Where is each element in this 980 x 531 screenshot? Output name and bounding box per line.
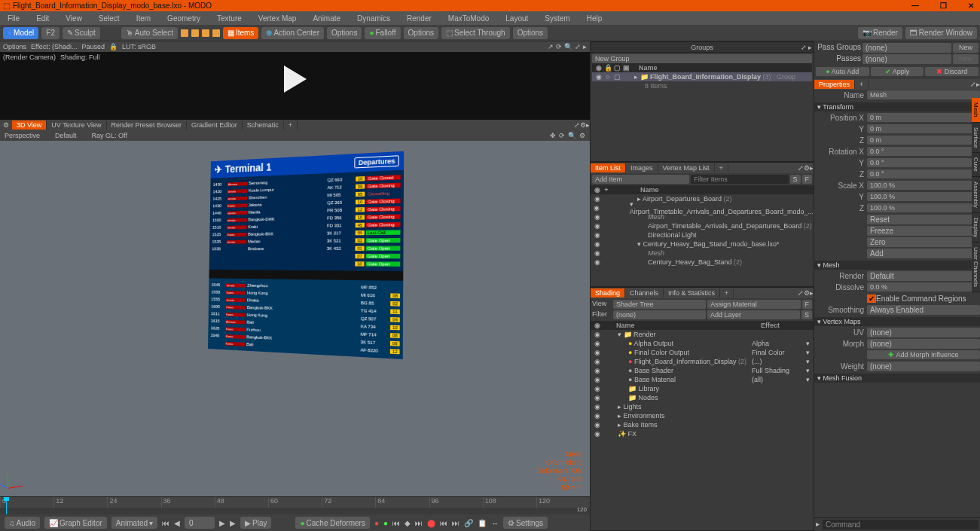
maximize-button[interactable]: ❐ [937,2,950,10]
tab-3dview[interactable]: 3D View [12,121,47,130]
select-icon-1[interactable] [181,29,188,37]
new-pass-button[interactable]: New [953,43,978,53]
viewport-gear2-icon[interactable]: ⚙ [580,121,586,129]
shading-s-button[interactable]: S [801,310,812,319]
zero-dropdown[interactable]: Zero [867,237,980,247]
3d-viewport[interactable]: ✈ Terminal 1 Departures 1400AviancaSemar… [0,141,590,496]
shader-row[interactable]: ◉▸ Environments [591,411,814,420]
menu-help[interactable]: Help [582,13,607,24]
filter-s-button[interactable]: S [790,175,801,184]
step-fwd-button[interactable]: ▶ [219,519,225,527]
tab-add-props[interactable]: + [855,80,869,89]
item-row[interactable]: ◉ Directional Light [591,230,814,240]
uv-dropdown[interactable]: (none) [867,328,980,337]
add-layer-dropdown[interactable]: Add Layer [707,310,800,319]
vp-icon-1[interactable]: ✥ [550,132,556,139]
play-icon[interactable] [284,66,307,93]
itemlist-gear-icon[interactable]: ⚙ [804,164,810,172]
shading-f-button[interactable]: F [802,300,813,309]
sidetab-assembly[interactable]: Assembly [972,177,980,213]
add-morph-button[interactable]: ✚ Add Morph Influence [867,350,980,359]
item-row[interactable]: ◉ Century_Heavy_Bag_Stand (2) [591,258,814,267]
groups-menu-icon[interactable]: ▸ [808,44,812,51]
render-dropdown[interactable]: Default [867,271,980,281]
menu-file[interactable]: File [3,13,24,24]
shader-row[interactable]: ◉▾ 📁 Render [591,330,814,339]
vis-col-icon[interactable]: ◉ [595,64,603,72]
sidetab-surface[interactable]: Surface [972,123,980,154]
enable-cmd-checkbox[interactable]: ✔ [867,294,876,303]
select-icon-2[interactable] [191,29,199,37]
filter-f-button[interactable]: F [802,175,813,184]
props-menu-icon[interactable]: ▸ [976,81,980,88]
render-button[interactable]: 📷 Render [858,27,902,39]
itemlist-expand-icon[interactable]: ⤢ [798,164,804,172]
preview-icon-4[interactable]: ⤢ [575,43,581,50]
lock-col-icon[interactable]: 🔒 [604,64,612,72]
shader-row[interactable]: ◉ ● Flight_Board_Information_Display (2)… [591,357,814,366]
raygl-dropdown[interactable]: Ray GL: Off [92,132,127,139]
groups-expand-icon[interactable]: ⤢ [801,44,807,51]
play-button[interactable]: ▶ [230,519,236,527]
shader-row[interactable]: ◉ ● Alpha OutputAlpha▾ [591,339,814,348]
menu-animate[interactable]: Animate [308,13,345,24]
name-field[interactable]: Mesh [867,90,980,99]
tab-add-3[interactable]: + [720,288,734,298]
smoothing-dropdown[interactable]: Always Enabled [867,305,980,315]
rec-icon-1[interactable]: ● [374,519,379,527]
minimize-button[interactable]: — [908,2,922,10]
perspective-dropdown[interactable]: Perspective [5,132,40,139]
options-button-2[interactable]: Options [404,27,438,39]
menu-system[interactable]: System [540,13,574,24]
sel-col-icon[interactable]: ▢ [613,64,621,72]
morph-dropdown[interactable]: (none) [867,339,980,349]
shading-gear-icon[interactable]: ⚙ [804,289,810,297]
roty-field[interactable]: 0.0 ° [867,158,980,167]
settings-button[interactable]: ⚙ Settings [503,517,548,529]
tab-add-2[interactable]: + [715,163,728,172]
passes-dropdown[interactable]: (none) [862,54,951,64]
discard-button[interactable]: ✖ Discard [925,67,978,76]
preview-icon-1[interactable]: ↗ [548,43,554,50]
options-button-1[interactable]: Options [327,27,362,39]
sculpt-button[interactable]: ✎ Sculpt [63,27,100,39]
shading-menu-icon[interactable]: ▸ [810,289,814,297]
reset-dropdown[interactable]: Reset [867,215,980,224]
filter-dropdown[interactable]: (none) [613,310,706,319]
apply-button[interactable]: ✔ Apply [871,67,924,76]
graph-editor-button[interactable]: 📈 Graph Editor [44,517,107,529]
add-item-dropdown[interactable]: Add Item [592,175,689,184]
tab-itemlist[interactable]: Item List [591,163,626,172]
meshfusion-section[interactable]: ▾ Mesh Fusion [814,374,980,383]
select-icon-3[interactable] [202,29,209,37]
render-window-button[interactable]: 🗔 Render Window [905,27,977,39]
rec-icon-2[interactable]: ● [383,519,388,527]
tab-channels[interactable]: Channels [625,288,664,298]
tab-images[interactable]: Images [626,163,658,172]
freeze-dropdown[interactable]: Freeze [867,226,980,236]
group-item[interactable]: ◉○▢ ▸ 📁 Flight_Board_Information_Display… [592,72,812,81]
falloff-button[interactable]: ● Falloff [365,27,400,39]
shader-row[interactable]: ◉ ● Base ShaderFull Shading▾ [591,366,814,375]
shader-row[interactable]: ◉ ✨ FX [591,429,814,438]
shader-row[interactable]: ◉ 📁 Library [591,384,814,393]
menu-select[interactable]: Select [94,13,124,24]
solo-col-icon[interactable]: ▣ [622,64,630,72]
step-back-button[interactable]: ◀ [174,519,180,527]
weight-dropdown[interactable]: (none) [867,362,980,371]
tab-gradient[interactable]: Gradient Editor [187,121,243,130]
scalez-field[interactable]: 100.0 % [867,203,980,212]
preview-effect[interactable]: Effect: (Shadi... [31,43,77,50]
tab-info[interactable]: Info & Statistics [664,288,720,298]
tab-uvview[interactable]: UV Texture View [47,121,106,130]
timeline[interactable]: 01224364860728496108120 120 [0,496,590,514]
preview-options[interactable]: Options [3,43,26,50]
preview-viewport[interactable]: (Render Camera) Shading: Full [0,52,590,120]
new-pass-button-2[interactable]: New [953,54,978,64]
select-through-button[interactable]: ⬚ Select Through [441,27,510,39]
posz-field[interactable]: 0 m [867,136,980,145]
item-row[interactable]: ◉ Mesh [591,249,814,258]
menu-dynamics[interactable]: Dynamics [353,13,395,24]
preview-lut[interactable]: LUT: sRGB [122,43,156,50]
scalex-field[interactable]: 100.0 % [867,181,980,190]
